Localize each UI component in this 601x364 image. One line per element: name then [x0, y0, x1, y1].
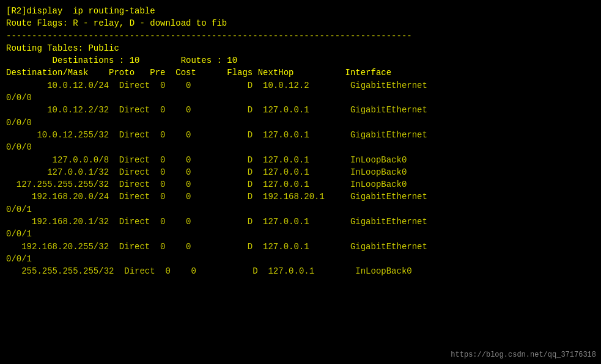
terminal-window: [R2]display ip routing-table Route Flags… [0, 0, 601, 364]
row10-line: 255.255.255.255/32 Direct 0 0 D 127.0.0.… [6, 265, 595, 277]
row1b-line: 0/0/0 [6, 92, 595, 104]
flags-legend-line: Route Flags: R - relay, D - download to … [6, 17, 595, 29]
row7b-line: 0/0/1 [6, 203, 595, 216]
row3a-line: 10.0.12.255/32 Direct 0 0 D 127.0.0.1 Gi… [6, 129, 595, 141]
row1a-line: 10.0.12.0/24 Direct 0 0 D 10.0.12.2 Giga… [6, 79, 595, 92]
row8b-line: 0/0/1 [6, 228, 595, 240]
routing-tables-line: Routing Tables: Public [6, 42, 595, 54]
separator-line: ----------------------------------------… [6, 30, 595, 42]
row8a-line: 192.168.20.1/32 Direct 0 0 D 127.0.0.1 G… [6, 216, 595, 228]
header-line: Destination/Mask Proto Pre Cost Flags Ne… [6, 67, 595, 79]
command-line: [R2]display ip routing-table [6, 5, 595, 17]
row6-line: 127.255.255.255/32 Direct 0 0 D 127.0.0.… [6, 178, 595, 191]
watermark: https://blog.csdn.net/qq_37176318 [451, 350, 596, 360]
dest-routes-line: Destinations : 10 Routes : 10 [6, 54, 595, 67]
row7a-line: 192.168.20.0/24 Direct 0 0 D 192.168.20.… [6, 191, 595, 203]
row2a-line: 10.0.12.2/32 Direct 0 0 D 127.0.0.1 Giga… [6, 104, 595, 116]
row3b-line: 0/0/0 [6, 141, 595, 153]
row2b-line: 0/0/0 [6, 117, 595, 129]
row5-line: 127.0.0.1/32 Direct 0 0 D 127.0.0.1 InLo… [6, 166, 595, 178]
row4-line: 127.0.0.0/8 Direct 0 0 D 127.0.0.1 InLoo… [6, 154, 595, 166]
row9a-line: 192.168.20.255/32 Direct 0 0 D 127.0.0.1… [6, 241, 595, 253]
row9b-line: 0/0/1 [6, 253, 595, 265]
